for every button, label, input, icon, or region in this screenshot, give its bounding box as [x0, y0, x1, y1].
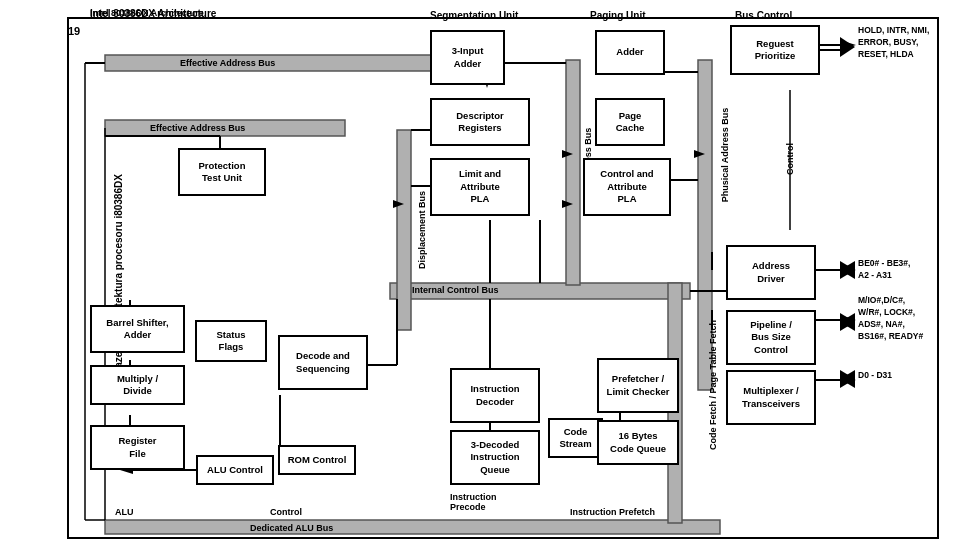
left-title: Obrazek 6: Architektura procesoru i80386… — [113, 186, 124, 386]
svg-rect-4 — [105, 520, 720, 534]
pipeline-bus-size-box: Pipeline /Bus SizeControl — [726, 310, 816, 365]
page-cache-box: PageCache — [595, 98, 665, 146]
code-stream-box: CodeStream — [548, 418, 603, 458]
svg-marker-56 — [694, 150, 705, 158]
svg-marker-54 — [562, 150, 573, 158]
alu-control-box: ALU Control — [196, 455, 274, 485]
protection-test-box: ProtectionTest Unit — [178, 148, 266, 196]
internal-ctrl-bus-label: Internal Control Bus — [412, 285, 499, 295]
diagram-container: Control Intel 80386DX Architecture Intel… — [0, 0, 960, 542]
seg-unit-label: Segmentation Unit — [430, 10, 518, 21]
arch-title: Intel 80386DX Architecture — [90, 8, 216, 19]
svg-marker-59 — [840, 37, 855, 57]
bus-control-label: Bus Control — [735, 10, 792, 21]
decode-sequencing-box: Decode andSequencing — [278, 335, 368, 390]
status-flags-box: StatusFlags — [195, 320, 267, 362]
paging-unit-label: Paging Unit — [590, 10, 646, 21]
multiply-divide-box: Multiply /Divide — [90, 365, 185, 405]
3-input-adder-box: 3-InputAdder — [430, 30, 505, 85]
eff-addr-bus-top-label: Effective Address Bus — [180, 58, 275, 68]
svg-rect-1 — [105, 55, 475, 71]
limit-pla-box: Limit andAttributePLA — [430, 158, 530, 216]
request-prioritize-box: ReguestPrioritize — [730, 25, 820, 75]
register-file-box: RegisterFile — [90, 425, 185, 470]
control-bottom-label: Control — [270, 507, 302, 517]
mio-arrow — [840, 308, 860, 336]
be-signal-label: BE0# - BE3#,A2 - A31 — [858, 258, 910, 282]
svg-text:Control: Control — [785, 143, 795, 175]
page-number: 19 — [68, 25, 80, 37]
hold-arrow — [840, 22, 860, 82]
svg-rect-5 — [397, 130, 411, 330]
adder-box: Adder — [595, 30, 665, 75]
alu-label: ALU — [115, 507, 134, 517]
descriptor-registers-box: DescriptorRegisters — [430, 98, 530, 146]
svg-marker-55 — [562, 200, 573, 208]
instruction-decoder-box: InstructionDecoder — [450, 368, 540, 423]
code-fetch-label: Code Fetch / Page Table Fetch — [708, 320, 718, 450]
instr-precode-label: InstructionPrecode — [450, 492, 497, 512]
barrel-shifter-box: Barrel Shifter,Adder — [90, 305, 185, 353]
be-arrow — [840, 256, 860, 284]
multiplexer-trans-box: Multiplexer /Transceivers — [726, 370, 816, 425]
mio-signal-label: M/IO#,D/C#,W/R#, LOCK#,ADS#, NA#,BS16#, … — [858, 295, 923, 343]
rom-control-box: ROM Control — [278, 445, 356, 475]
16-byte-queue-box: 16 BytesCode Queue — [597, 420, 679, 465]
physical-addr-bus-label: Phusical Address Bus — [720, 108, 730, 203]
eff-addr-bus-mid-label: Effective Address Bus — [150, 123, 245, 133]
svg-rect-6 — [566, 60, 580, 285]
displacement-bus-label: Displacement Bus — [417, 191, 427, 269]
3-decoded-queue-box: 3-DecodedInstructionQueue — [450, 430, 540, 485]
instr-prefetch-label: Instruction Prefetch — [570, 507, 655, 517]
d0-arrow — [840, 365, 860, 393]
address-driver-box: AddressDriver — [726, 245, 816, 300]
dedicated-alu-bus-label: Dedicated ALU Bus — [250, 523, 333, 533]
d0-signal-label: D0 - D31 — [858, 370, 892, 380]
control-pla-box: Control andAttributePLA — [583, 158, 671, 216]
prefetcher-box: Prefetcher /Limit Checker — [597, 358, 679, 413]
hold-signal-label: HOLD, INTR, NMI,ERROR, BUSY,RESET, HLDA — [858, 25, 929, 61]
svg-marker-53 — [393, 200, 404, 208]
